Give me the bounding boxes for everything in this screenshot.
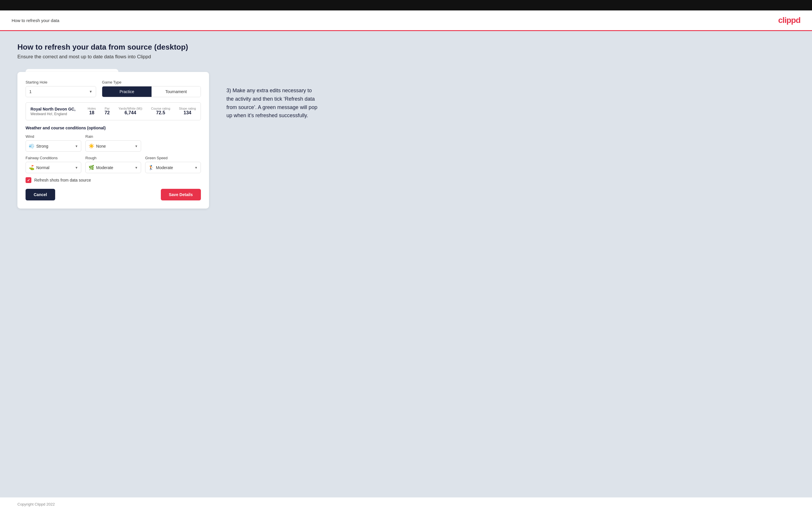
- fairway-chevron: ▼: [75, 166, 78, 169]
- content-area: Starting Hole 1 ▼ Game Type Practice Tou…: [17, 69, 795, 209]
- side-text-content: 3) Make any extra edits necessary to the…: [226, 87, 319, 120]
- rain-chevron: ▼: [135, 145, 138, 148]
- rain-icon: ☀️: [89, 143, 94, 149]
- rain-field: Rain ☀️ None ▼: [85, 134, 141, 152]
- page-heading: How to refresh your data from source (de…: [17, 43, 795, 52]
- game-type-label: Game Type: [102, 80, 201, 84]
- top-fields-row: Starting Hole 1 ▼ Game Type Practice Tou…: [26, 80, 201, 97]
- course-stats: Holes 18 Par 72 Yards/White (M)) 6,744: [88, 107, 196, 115]
- rough-icon: 🌿: [89, 165, 94, 170]
- starting-hole-label: Starting Hole: [26, 80, 96, 84]
- fairway-label: Fairway Conditions: [26, 156, 81, 160]
- par-label: Par: [104, 107, 110, 110]
- rough-select[interactable]: 🌿 Moderate ▼: [85, 162, 141, 173]
- wind-rain-row: Wind 💨 Strong ▼ Rain ☀️ None ▼: [26, 134, 201, 152]
- refresh-checkbox-row: Refresh shots from data source: [26, 177, 201, 183]
- green-speed-value: Moderate: [156, 165, 173, 170]
- course-name-group: Royal North Devon GC, Westward Ho!, Engl…: [31, 107, 75, 116]
- course-info-box: Royal North Devon GC, Westward Ho!, Engl…: [26, 102, 201, 120]
- footer-copyright: Copyright Clippd 2022: [17, 502, 55, 506]
- course-rating-value: 72.5: [151, 110, 170, 115]
- fairway-select[interactable]: ⛳ Normal ▼: [26, 162, 81, 173]
- form-container: Starting Hole 1 ▼ Game Type Practice Tou…: [17, 69, 209, 209]
- cancel-button[interactable]: Cancel: [26, 189, 55, 201]
- starting-hole-select[interactable]: 1 ▼: [26, 86, 96, 97]
- conditions-section-title: Weather and course conditions (optional): [26, 126, 201, 130]
- header-title: How to refresh your data: [12, 18, 59, 23]
- yards-value: 6,744: [118, 110, 142, 115]
- main-content: How to refresh your data from source (de…: [0, 31, 812, 497]
- green-speed-icon: 🏌️: [148, 165, 154, 170]
- fairway-icon: ⛳: [29, 165, 35, 170]
- slope-rating-label: Slope rating: [179, 107, 196, 110]
- wind-field: Wind 💨 Strong ▼: [26, 134, 81, 152]
- slope-rating-stat: Slope rating 134: [179, 107, 196, 115]
- starting-hole-group: Starting Hole 1 ▼: [26, 80, 96, 97]
- fairway-field: Fairway Conditions ⛳ Normal ▼: [26, 156, 81, 173]
- rough-label: Rough: [85, 156, 141, 160]
- page-subheading: Ensure the correct and most up to date d…: [17, 54, 795, 60]
- green-speed-chevron: ▼: [195, 166, 198, 169]
- refresh-label: Refresh shots from data source: [34, 178, 91, 182]
- logo: clippd: [778, 16, 800, 25]
- refresh-checkbox[interactable]: [26, 177, 31, 183]
- side-text: 3) Make any extra edits necessary to the…: [226, 69, 319, 120]
- holes-value: 18: [88, 110, 96, 115]
- course-rating-stat: Course rating 72.5: [151, 107, 170, 115]
- rain-value: None: [96, 144, 106, 149]
- tournament-button[interactable]: Tournament: [152, 87, 201, 97]
- wind-value: Strong: [36, 144, 48, 149]
- wind-select[interactable]: 💨 Strong ▼: [26, 140, 81, 152]
- rain-label: Rain: [85, 134, 141, 138]
- yards-stat: Yards/White (M)) 6,744: [118, 107, 142, 115]
- fairway-value: Normal: [36, 165, 49, 170]
- wind-chevron: ▼: [75, 145, 78, 148]
- yards-label: Yards/White (M)): [118, 107, 142, 110]
- course-rating-label: Course rating: [151, 107, 170, 110]
- green-speed-field: Green Speed 🏌️ Moderate ▼: [145, 156, 201, 173]
- course-name: Royal North Devon GC,: [31, 107, 75, 111]
- fairway-rough-green-row: Fairway Conditions ⛳ Normal ▼ Rough 🌿 Mo…: [26, 156, 201, 173]
- course-location: Westward Ho!, England: [31, 112, 75, 116]
- form-card: Starting Hole 1 ▼ Game Type Practice Tou…: [17, 72, 209, 209]
- wind-icon: 💨: [29, 143, 35, 149]
- button-row: Cancel Save Details: [26, 189, 201, 201]
- rough-chevron: ▼: [135, 166, 138, 169]
- slope-rating-value: 134: [179, 110, 196, 115]
- course-info-header: Royal North Devon GC, Westward Ho!, Engl…: [31, 107, 196, 116]
- rain-select[interactable]: ☀️ None ▼: [85, 140, 141, 152]
- game-type-group: Game Type Practice Tournament: [102, 80, 201, 97]
- save-button[interactable]: Save Details: [161, 189, 201, 201]
- green-speed-select[interactable]: 🏌️ Moderate ▼: [145, 162, 201, 173]
- holes-stat: Holes 18: [88, 107, 96, 115]
- par-value: 72: [104, 110, 110, 115]
- starting-hole-value: 1: [29, 89, 32, 94]
- footer: Copyright Clippd 2022: [0, 497, 812, 507]
- wind-label: Wind: [26, 134, 81, 138]
- spacer-field: [145, 134, 201, 152]
- rough-value: Moderate: [96, 165, 113, 170]
- starting-hole-chevron: ▼: [89, 90, 92, 94]
- holes-label: Holes: [88, 107, 96, 110]
- practice-button[interactable]: Practice: [102, 87, 151, 97]
- par-stat: Par 72: [104, 107, 110, 115]
- green-speed-label: Green Speed: [145, 156, 201, 160]
- page-header: How to refresh your data clippd: [0, 10, 812, 31]
- rough-field: Rough 🌿 Moderate ▼: [85, 156, 141, 173]
- game-type-buttons: Practice Tournament: [102, 86, 201, 97]
